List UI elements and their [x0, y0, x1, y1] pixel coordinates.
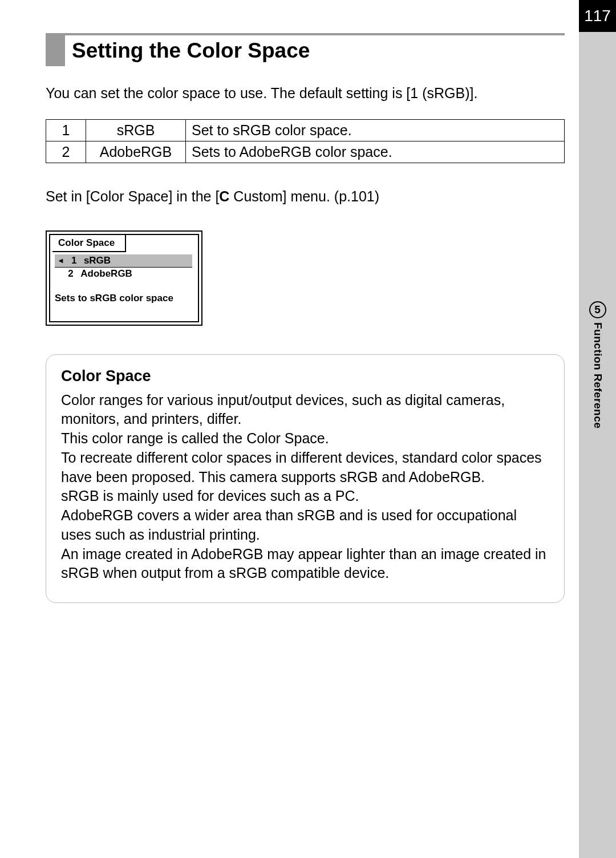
spacer — [57, 269, 61, 278]
lcd-option: 2 AdobeRGB — [55, 268, 192, 280]
title-line: Setting the Color Space — [65, 33, 565, 66]
side-tab: 117 5 Function Reference — [579, 0, 616, 858]
option-number: 1 — [46, 120, 86, 141]
page-title: Setting the Color Space — [65, 35, 310, 66]
lcd-option-selected: ◄ 1 sRGB — [55, 254, 192, 268]
option-desc: Sets to AdobeRGB color space. — [186, 141, 565, 163]
option-name: sRGB — [86, 120, 186, 141]
menu-note-bold: C — [219, 188, 229, 204]
chapter-badge: 5 — [589, 301, 606, 318]
title-bar: Setting the Color Space — [46, 33, 565, 66]
menu-note-pre: Set in [Color Space] in the [ — [46, 188, 219, 204]
lcd-options: ◄ 1 sRGB 2 AdobeRGB — [50, 252, 198, 282]
lcd-preview: Color Space ◄ 1 sRGB 2 AdobeRGB Sets to … — [46, 230, 202, 326]
lcd-tab-label: Color Space — [52, 235, 126, 252]
chapter-label: Function Reference — [591, 322, 604, 428]
lcd-option-num: 1 — [71, 255, 78, 266]
menu-note-post: Custom] menu. (p.101) — [229, 188, 379, 204]
left-arrow-icon: ◄ — [57, 256, 64, 265]
title-accent — [46, 33, 65, 66]
lcd-option-label: AdobeRGB — [80, 268, 132, 280]
info-box-title: Color Space — [61, 367, 549, 385]
lcd-option-num: 2 — [68, 268, 75, 280]
menu-note: Set in [Color Space] in the [C Custom] m… — [46, 186, 565, 208]
option-name: AdobeRGB — [86, 141, 186, 163]
lcd-help-text: Sets to sRGB color space — [50, 282, 198, 321]
page-content: Setting the Color Space You can set the … — [0, 0, 616, 603]
page-number: 117 — [579, 0, 616, 32]
option-desc: Set to sRGB color space. — [186, 120, 565, 141]
table-row: 2 AdobeRGB Sets to AdobeRGB color space. — [46, 141, 565, 163]
intro-text: You can set the color space to use. The … — [46, 83, 565, 103]
table-row: 1 sRGB Set to sRGB color space. — [46, 120, 565, 141]
option-number: 2 — [46, 141, 86, 163]
info-box: Color Space Color ranges for various inp… — [46, 354, 565, 604]
color-space-table: 1 sRGB Set to sRGB color space. 2 AdobeR… — [46, 119, 565, 163]
lcd-inner: Color Space ◄ 1 sRGB 2 AdobeRGB Sets to … — [49, 234, 199, 322]
lcd-option-label: sRGB — [84, 255, 111, 266]
info-box-body: Color ranges for various input/output de… — [61, 391, 549, 584]
